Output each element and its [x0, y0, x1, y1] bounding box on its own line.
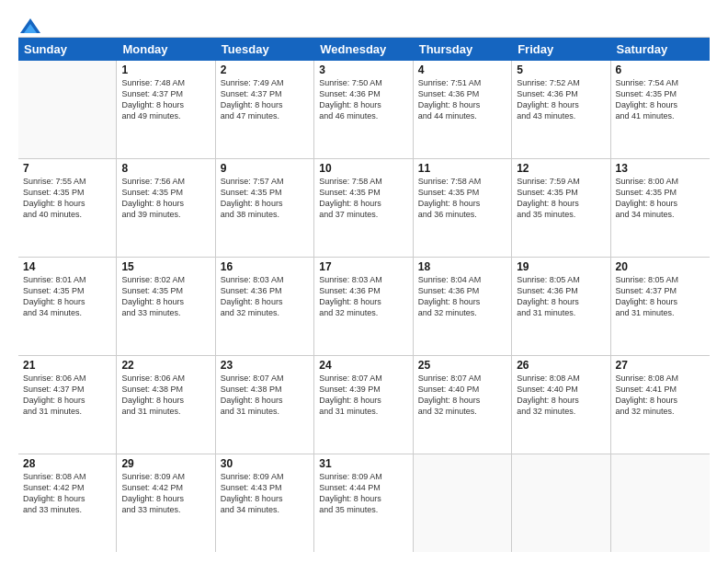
- day-info: Sunrise: 8:09 AMSunset: 4:43 PMDaylight:…: [221, 471, 309, 516]
- day-info: Sunrise: 8:07 AMSunset: 4:39 PMDaylight:…: [319, 373, 407, 418]
- day-info: Sunrise: 8:04 AMSunset: 4:36 PMDaylight:…: [418, 274, 506, 319]
- day-number: 6: [616, 63, 705, 76]
- day-number: 13: [616, 162, 705, 175]
- day-cell-9: 9Sunrise: 7:57 AMSunset: 4:35 PMDaylight…: [216, 159, 314, 257]
- day-cell-15: 15Sunrise: 8:02 AMSunset: 4:35 PMDayligh…: [117, 258, 215, 355]
- day-info: Sunrise: 8:03 AMSunset: 4:36 PMDaylight:…: [221, 274, 309, 319]
- day-info: Sunrise: 8:02 AMSunset: 4:35 PMDaylight:…: [121, 274, 210, 319]
- day-info: Sunrise: 7:54 AMSunset: 4:35 PMDaylight:…: [616, 77, 705, 122]
- day-number: 17: [319, 260, 407, 273]
- logo: [18, 17, 40, 29]
- weekday-header-wednesday: Wednesday: [314, 38, 413, 61]
- day-info: Sunrise: 8:05 AMSunset: 4:37 PMDaylight:…: [616, 274, 705, 319]
- weekday-header-friday: Friday: [512, 38, 610, 61]
- day-cell-13: 13Sunrise: 8:00 AMSunset: 4:35 PMDayligh…: [611, 159, 710, 257]
- day-number: 14: [23, 260, 111, 273]
- day-cell-18: 18Sunrise: 8:04 AMSunset: 4:36 PMDayligh…: [414, 258, 512, 355]
- day-cell-30: 30Sunrise: 8:09 AMSunset: 4:43 PMDayligh…: [216, 454, 314, 552]
- day-number: 22: [121, 359, 210, 372]
- day-number: 31: [319, 457, 407, 470]
- empty-cell-4-6: [611, 454, 710, 552]
- day-info: Sunrise: 8:09 AMSunset: 4:44 PMDaylight:…: [319, 471, 407, 516]
- day-number: 9: [221, 162, 309, 175]
- day-info: Sunrise: 8:08 AMSunset: 4:41 PMDaylight:…: [616, 373, 705, 418]
- day-cell-1: 1Sunrise: 7:48 AMSunset: 4:37 PMDaylight…: [117, 61, 215, 158]
- day-info: Sunrise: 8:09 AMSunset: 4:42 PMDaylight:…: [121, 471, 210, 516]
- day-cell-28: 28Sunrise: 8:08 AMSunset: 4:42 PMDayligh…: [18, 454, 117, 552]
- day-cell-26: 26Sunrise: 8:08 AMSunset: 4:40 PMDayligh…: [512, 356, 610, 454]
- day-cell-10: 10Sunrise: 7:58 AMSunset: 4:35 PMDayligh…: [314, 159, 413, 257]
- day-number: 2: [221, 63, 309, 76]
- day-info: Sunrise: 7:58 AMSunset: 4:35 PMDaylight:…: [319, 176, 407, 221]
- day-info: Sunrise: 7:55 AMSunset: 4:35 PMDaylight:…: [23, 176, 111, 221]
- day-number: 21: [23, 359, 111, 372]
- empty-cell-4-5: [512, 454, 610, 552]
- weekday-header-thursday: Thursday: [414, 38, 512, 61]
- day-info: Sunrise: 7:50 AMSunset: 4:36 PMDaylight:…: [319, 77, 407, 122]
- day-info: Sunrise: 7:56 AMSunset: 4:35 PMDaylight:…: [121, 176, 210, 221]
- day-number: 11: [418, 162, 506, 175]
- empty-cell-0-0: [18, 61, 117, 158]
- calendar-row-2: 7Sunrise: 7:55 AMSunset: 4:35 PMDaylight…: [18, 159, 710, 258]
- day-number: 30: [221, 457, 309, 470]
- calendar-body: 1Sunrise: 7:48 AMSunset: 4:37 PMDaylight…: [18, 61, 710, 552]
- day-info: Sunrise: 7:58 AMSunset: 4:35 PMDaylight:…: [418, 176, 506, 221]
- weekday-header-monday: Monday: [117, 38, 215, 61]
- day-info: Sunrise: 7:49 AMSunset: 4:37 PMDaylight:…: [221, 77, 309, 122]
- day-info: Sunrise: 7:52 AMSunset: 4:36 PMDaylight:…: [517, 77, 605, 122]
- day-number: 7: [23, 162, 111, 175]
- day-number: 8: [121, 162, 210, 175]
- day-cell-24: 24Sunrise: 8:07 AMSunset: 4:39 PMDayligh…: [314, 356, 413, 454]
- day-info: Sunrise: 8:08 AMSunset: 4:40 PMDaylight:…: [517, 373, 605, 418]
- logo-icon: [20, 18, 40, 33]
- day-cell-31: 31Sunrise: 8:09 AMSunset: 4:44 PMDayligh…: [314, 454, 413, 552]
- calendar-row-5: 28Sunrise: 8:08 AMSunset: 4:42 PMDayligh…: [18, 454, 710, 552]
- day-number: 23: [221, 359, 309, 372]
- day-number: 27: [616, 359, 705, 372]
- day-number: 3: [319, 63, 407, 76]
- day-number: 28: [23, 457, 111, 470]
- day-cell-23: 23Sunrise: 8:07 AMSunset: 4:38 PMDayligh…: [216, 356, 314, 454]
- day-number: 1: [121, 63, 210, 76]
- day-cell-17: 17Sunrise: 8:03 AMSunset: 4:36 PMDayligh…: [314, 258, 413, 355]
- day-info: Sunrise: 8:07 AMSunset: 4:38 PMDaylight:…: [221, 373, 309, 418]
- day-cell-27: 27Sunrise: 8:08 AMSunset: 4:41 PMDayligh…: [611, 356, 710, 454]
- day-cell-3: 3Sunrise: 7:50 AMSunset: 4:36 PMDaylight…: [314, 61, 413, 158]
- header: [18, 17, 710, 29]
- weekday-header-tuesday: Tuesday: [216, 38, 314, 61]
- day-cell-6: 6Sunrise: 7:54 AMSunset: 4:35 PMDaylight…: [611, 61, 710, 158]
- empty-cell-4-4: [414, 454, 512, 552]
- day-cell-4: 4Sunrise: 7:51 AMSunset: 4:36 PMDaylight…: [414, 61, 512, 158]
- day-cell-21: 21Sunrise: 8:06 AMSunset: 4:37 PMDayligh…: [18, 356, 117, 454]
- day-cell-14: 14Sunrise: 8:01 AMSunset: 4:35 PMDayligh…: [18, 258, 117, 355]
- day-number: 12: [517, 162, 605, 175]
- day-info: Sunrise: 8:01 AMSunset: 4:35 PMDaylight:…: [23, 274, 111, 319]
- day-cell-25: 25Sunrise: 8:07 AMSunset: 4:40 PMDayligh…: [414, 356, 512, 454]
- day-cell-7: 7Sunrise: 7:55 AMSunset: 4:35 PMDaylight…: [18, 159, 117, 257]
- calendar-row-4: 21Sunrise: 8:06 AMSunset: 4:37 PMDayligh…: [18, 356, 710, 454]
- day-cell-5: 5Sunrise: 7:52 AMSunset: 4:36 PMDaylight…: [512, 61, 610, 158]
- day-number: 24: [319, 359, 407, 372]
- day-cell-11: 11Sunrise: 7:58 AMSunset: 4:35 PMDayligh…: [414, 159, 512, 257]
- day-info: Sunrise: 8:05 AMSunset: 4:36 PMDaylight:…: [517, 274, 605, 319]
- day-cell-22: 22Sunrise: 8:06 AMSunset: 4:38 PMDayligh…: [117, 356, 215, 454]
- day-number: 18: [418, 260, 506, 273]
- page: SundayMondayTuesdayWednesdayThursdayFrid…: [0, 0, 728, 563]
- calendar-row-3: 14Sunrise: 8:01 AMSunset: 4:35 PMDayligh…: [18, 258, 710, 356]
- calendar-header: SundayMondayTuesdayWednesdayThursdayFrid…: [18, 38, 710, 61]
- weekday-header-saturday: Saturday: [611, 38, 710, 61]
- day-cell-16: 16Sunrise: 8:03 AMSunset: 4:36 PMDayligh…: [216, 258, 314, 355]
- day-info: Sunrise: 7:57 AMSunset: 4:35 PMDaylight:…: [221, 176, 309, 221]
- day-number: 16: [221, 260, 309, 273]
- day-info: Sunrise: 7:59 AMSunset: 4:35 PMDaylight:…: [517, 176, 605, 221]
- day-info: Sunrise: 8:00 AMSunset: 4:35 PMDaylight:…: [616, 176, 705, 221]
- day-info: Sunrise: 8:07 AMSunset: 4:40 PMDaylight:…: [418, 373, 506, 418]
- day-number: 26: [517, 359, 605, 372]
- day-number: 15: [121, 260, 210, 273]
- day-info: Sunrise: 8:06 AMSunset: 4:38 PMDaylight:…: [121, 373, 210, 418]
- day-info: Sunrise: 8:06 AMSunset: 4:37 PMDaylight:…: [23, 373, 111, 418]
- day-cell-29: 29Sunrise: 8:09 AMSunset: 4:42 PMDayligh…: [117, 454, 215, 552]
- weekday-header-sunday: Sunday: [18, 38, 117, 61]
- day-cell-12: 12Sunrise: 7:59 AMSunset: 4:35 PMDayligh…: [512, 159, 610, 257]
- day-cell-2: 2Sunrise: 7:49 AMSunset: 4:37 PMDaylight…: [216, 61, 314, 158]
